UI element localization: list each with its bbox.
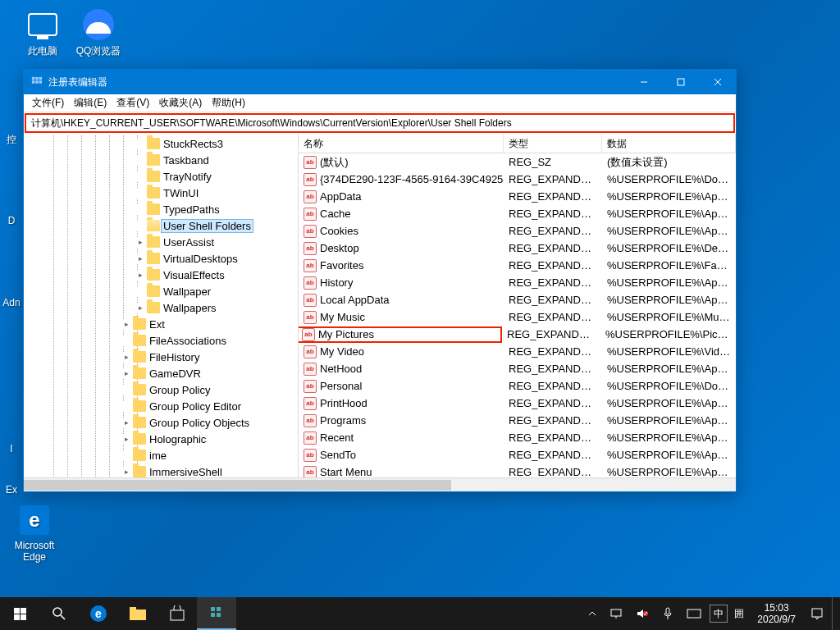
col-header-name[interactable]: 名称 [299, 134, 504, 153]
tray-notifications[interactable] [806, 597, 829, 630]
tree-toggle-icon[interactable]: ▸ [122, 435, 131, 444]
value-data: %USERPROFILE%\AppData [602, 414, 736, 427]
search-button[interactable] [39, 597, 79, 630]
list-row[interactable]: abCacheREG_EXPAND_SZ%USERPROFILE%\AppDat… [299, 205, 736, 222]
address-bar[interactable]: 计算机\HKEY_CURRENT_USER\SOFTWARE\Microsoft… [25, 113, 735, 133]
folder-icon [147, 236, 160, 248]
tree-item[interactable]: Wallpaper [24, 283, 298, 299]
col-header-data[interactable]: 数据 [602, 134, 736, 153]
tree-item[interactable]: FileAssociations [24, 332, 298, 349]
tree-item[interactable]: StuckRects3 [24, 135, 298, 152]
list-row[interactable]: abLocal AppDataREG_EXPAND_SZ%USERPROFILE… [299, 291, 736, 308]
tray-microphone[interactable] [657, 597, 678, 630]
maximize-button[interactable] [662, 70, 699, 94]
taskbar-edge[interactable]: e [79, 597, 118, 630]
tray-keyboard[interactable] [682, 597, 706, 630]
network-icon [609, 608, 623, 619]
folder-icon [147, 154, 160, 166]
tree-item-label: ImmersiveShell [149, 466, 222, 478]
tree-toggle-icon[interactable]: ▸ [122, 353, 131, 362]
list-row[interactable]: abMy PicturesREG_EXPAND_SZ%USERPROFILE%\… [299, 326, 736, 343]
list-row[interactable]: abCookiesREG_EXPAND_SZ%USERPROFILE%\AppD… [299, 222, 736, 240]
tree-item[interactable]: User Shell Folders [24, 217, 298, 234]
minimize-button[interactable] [625, 70, 662, 94]
tree-toggle-icon[interactable]: ▸ [122, 369, 131, 378]
tree-item[interactable]: ▸Wallpapers [24, 299, 298, 316]
scrollbar-thumb[interactable] [299, 480, 451, 491]
value-data: (数值未设置) [602, 155, 736, 170]
list-row[interactable]: abMy VideoREG_EXPAND_SZ%USERPROFILE%\Vid… [299, 343, 736, 360]
value-type: REG_EXPAND_SZ [504, 208, 602, 220]
tree-item[interactable]: ▸VirtualDesktops [24, 250, 298, 267]
tray-clock[interactable]: 15:03 2020/9/7 [751, 602, 802, 626]
tree-item[interactable]: TrayNotify [24, 168, 298, 185]
list-row[interactable]: abPersonalREG_EXPAND_SZ%USERPROFILE%\Doc… [299, 377, 736, 395]
list-row[interactable]: abSendToREG_EXPAND_SZ%USERPROFILE%\AppDa… [299, 446, 736, 463]
value-name: My Video [320, 345, 364, 358]
horizontal-scrollbar[interactable] [299, 477, 736, 491]
menu-favorites[interactable]: 收藏夹(A) [154, 94, 207, 112]
menu-help[interactable]: 帮助(H) [207, 94, 250, 112]
list-row[interactable]: ab(默认)REG_SZ(数值未设置) [299, 153, 736, 171]
tree-toggle-icon[interactable]: ▸ [136, 238, 145, 247]
desktop-icon-this-pc[interactable]: 此电脑 [18, 8, 67, 58]
tree-item[interactable]: ▸UserAssist [24, 234, 298, 250]
tree-item[interactable]: ime [24, 447, 298, 463]
list-row[interactable]: abProgramsREG_EXPAND_SZ%USERPROFILE%\App… [299, 412, 736, 429]
taskbar-explorer[interactable] [118, 597, 158, 630]
value-name: Programs [320, 414, 366, 427]
tray-overflow[interactable] [583, 597, 601, 630]
list-row[interactable]: abHistoryREG_EXPAND_SZ%USERPROFILE%\AppD… [299, 274, 736, 291]
value-type: REG_EXPAND_SZ [504, 190, 602, 203]
taskbar-regedit-active[interactable] [197, 597, 236, 630]
menubar: 文件(F) 编辑(E) 查看(V) 收藏夹(A) 帮助(H) [24, 94, 736, 112]
tree-toggle-icon[interactable]: ▸ [136, 271, 145, 280]
menu-file[interactable]: 文件(F) [27, 94, 69, 112]
folder-icon [133, 450, 146, 461]
tree-toggle-icon[interactable]: ▸ [136, 304, 145, 313]
tree-item[interactable]: ▸Group Policy Objects [24, 414, 298, 431]
list-body[interactable]: ab(默认)REG_SZ(数值未设置)ab{374DE290-123F-4565… [299, 153, 736, 491]
desktop-icon-qq-browser[interactable]: QQ浏览器 [74, 8, 123, 58]
value-data: %USERPROFILE%\Documents [602, 380, 736, 392]
list-row[interactable]: abDesktopREG_EXPAND_SZ%USERPROFILE%\Desk… [299, 240, 736, 257]
tree-item[interactable]: ▸GameDVR [24, 365, 298, 381]
tree-toggle-icon [122, 386, 131, 395]
list-row[interactable]: abNetHoodREG_EXPAND_SZ%USERPROFILE%\AppD… [299, 360, 736, 377]
start-button[interactable] [0, 597, 39, 630]
show-desktop[interactable] [832, 597, 837, 630]
tree-item[interactable]: TypedPaths [24, 201, 298, 217]
tree-toggle-icon[interactable]: ▸ [122, 320, 131, 329]
tree-toggle-icon [136, 205, 145, 214]
close-button[interactable] [699, 70, 736, 94]
tree-item[interactable]: ▸VisualEffects [24, 267, 298, 283]
list-row[interactable]: ab{374DE290-123F-4565-9164-39C4925…REG_E… [299, 171, 736, 188]
tray-network[interactable] [605, 597, 628, 630]
tree-item[interactable]: ▸Holographic [24, 431, 298, 447]
tray-ime[interactable]: 中 [710, 605, 728, 623]
tree-toggle-icon[interactable]: ▸ [136, 254, 145, 263]
registry-tree[interactable]: StuckRects3TaskbandTrayNotifyTWinUITyped… [24, 134, 299, 491]
tree-item[interactable]: Taskband [24, 152, 298, 168]
menu-edit[interactable]: 编辑(E) [69, 94, 112, 112]
list-row[interactable]: abMy MusicREG_EXPAND_SZ%USERPROFILE%\Mus… [299, 308, 736, 326]
value-type: REG_EXPAND_SZ [504, 294, 602, 306]
tree-item[interactable]: Group Policy Editor [24, 398, 298, 414]
tree-item[interactable]: TWinUI [24, 185, 298, 201]
tree-toggle-icon[interactable]: ▸ [122, 418, 131, 427]
tree-toggle-icon[interactable]: ▸ [122, 468, 131, 477]
titlebar[interactable]: 注册表编辑器 [24, 70, 736, 94]
col-header-type[interactable]: 类型 [504, 134, 602, 153]
tree-item[interactable]: ▸FileHistory [24, 349, 298, 365]
list-row[interactable]: abFavoritesREG_EXPAND_SZ%USERPROFILE%\Fa… [299, 257, 736, 274]
list-row[interactable]: abAppDataREG_EXPAND_SZ%USERPROFILE%\AppD… [299, 188, 736, 205]
desktop-icon-edge[interactable]: e Microsoft Edge [10, 504, 59, 563]
list-row[interactable]: abPrintHoodREG_EXPAND_SZ%USERPROFILE%\Ap… [299, 395, 736, 412]
tree-item[interactable]: ▸Ext [24, 316, 298, 332]
tray-volume[interactable] [631, 597, 654, 630]
list-row[interactable]: abRecentREG_EXPAND_SZ%USERPROFILE%\AppDa… [299, 429, 736, 446]
tree-item[interactable]: Group Policy [24, 381, 298, 398]
taskbar-store[interactable] [158, 597, 197, 630]
tray-ime2[interactable]: 囲 [731, 597, 747, 630]
menu-view[interactable]: 查看(V) [112, 94, 154, 112]
